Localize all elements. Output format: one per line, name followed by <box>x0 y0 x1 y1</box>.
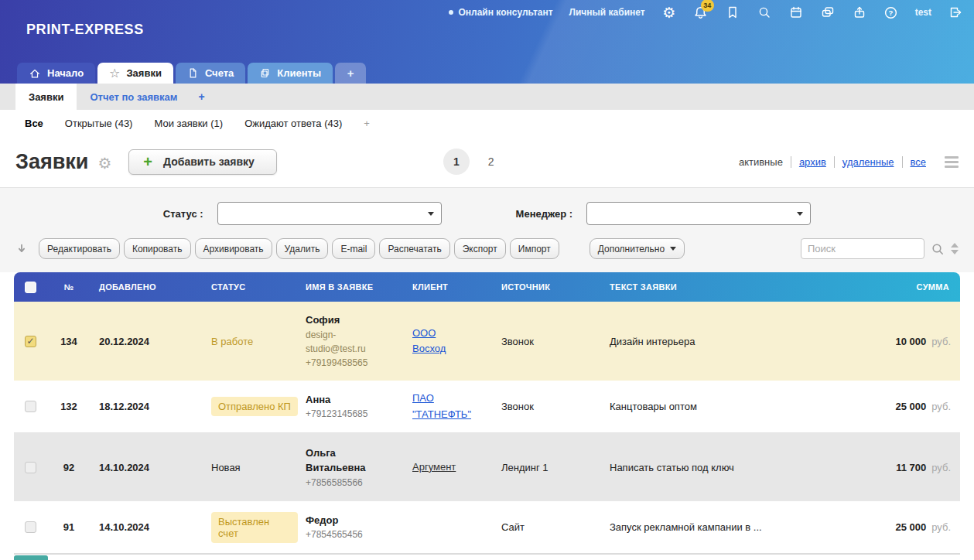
currency-label: руб. <box>931 336 951 347</box>
tab-requests-label: Заявки <box>126 67 161 79</box>
manager-select[interactable] <box>586 202 811 225</box>
email-button[interactable]: E-mail <box>332 238 375 259</box>
add-filter-button[interactable]: + <box>364 118 370 129</box>
toolbar: Редактировать Копировать Архивировать Уд… <box>15 238 959 259</box>
add-subtab-button[interactable]: + <box>190 84 212 110</box>
add-request-button[interactable]: + Добавить заявку <box>128 149 277 175</box>
user-menu[interactable]: test <box>915 7 931 18</box>
contact-name: Федор <box>306 513 391 528</box>
subtab-requests[interactable]: Заявки <box>15 84 77 110</box>
filter-all[interactable]: Все <box>25 118 43 129</box>
search-area <box>801 238 959 259</box>
request-number: 92 <box>46 462 91 473</box>
client-link[interactable]: Аргумент <box>412 459 456 475</box>
calendar-icon[interactable] <box>788 5 804 20</box>
list-menu-icon[interactable] <box>945 156 959 168</box>
export-button[interactable]: Экспорт <box>454 238 506 259</box>
contact-name: Анна <box>306 392 391 408</box>
row-checkbox[interactable] <box>25 336 36 347</box>
contact-phone: +79199458565 <box>306 356 391 370</box>
add-tab-button[interactable]: + <box>335 63 366 84</box>
filter-panel: Статус : Менеджер : Редактировать Копиро… <box>0 187 974 272</box>
view-modes: активные архив удаленные все <box>739 156 959 168</box>
archive-button[interactable]: Архивировать <box>195 238 272 259</box>
view-all[interactable]: все <box>911 156 927 168</box>
logout-icon[interactable] <box>948 5 963 20</box>
help-icon[interactable]: ? <box>883 5 899 20</box>
client-link[interactable]: ПАО "ТАТНЕФТЬ" <box>412 391 484 422</box>
header-added[interactable]: ДОБАВЛЕНО <box>91 282 203 292</box>
tab-requests[interactable]: ☆ Заявки <box>97 63 173 84</box>
print-button[interactable]: Распечатать <box>379 238 449 259</box>
subtab-report[interactable]: Отчет по заявкам <box>77 84 190 110</box>
notifications-bell-icon[interactable]: 34 <box>693 5 709 20</box>
table-row[interactable]: 132 18.12.2024 Отправлено КП Анна +79123… <box>14 381 960 433</box>
tab-home[interactable]: Начало <box>17 63 95 84</box>
currency-label: руб. <box>931 462 951 473</box>
client-link[interactable]: ООО Восход <box>412 326 468 357</box>
pagination-page-2[interactable]: 2 <box>488 155 494 168</box>
sub-tab-bar: Заявки Отчет по заявкам + <box>0 84 974 110</box>
filter-mine[interactable]: Мои заявки (1) <box>154 118 223 129</box>
status-select[interactable] <box>217 202 442 225</box>
delete-button[interactable]: Удалить <box>276 238 329 259</box>
sort-arrows-icon[interactable] <box>951 243 959 254</box>
header-name[interactable]: ИМЯ В ЗАЯВКЕ <box>298 282 405 292</box>
request-text: Запуск рекламной кампании в ... <box>602 521 861 533</box>
import-button[interactable]: Импорт <box>510 238 559 259</box>
settings-gear-icon[interactable]: ⚙ <box>661 5 677 20</box>
sum-amount: 10 000 <box>895 336 926 347</box>
table-row[interactable]: 134 20.12.2024 В работе София design-stu… <box>14 302 960 381</box>
request-text: Написать статью под ключ <box>602 462 861 473</box>
header-source[interactable]: ИСТОЧНИК <box>494 282 602 292</box>
tab-clients[interactable]: Клиенты <box>248 63 333 84</box>
bookmark-icon[interactable] <box>725 5 740 20</box>
status-label: Статус : <box>163 208 203 220</box>
row-checkbox[interactable] <box>25 462 36 473</box>
search-icon[interactable] <box>757 5 772 20</box>
header-num[interactable]: № <box>46 282 91 292</box>
topbar: Онлайн консультант Личный кабинет ⚙ 34 <box>449 0 963 25</box>
contact-phone: +79123145685 <box>306 407 391 421</box>
source-label: Лендинг 1 <box>494 462 602 473</box>
status-label: Новая <box>211 462 241 473</box>
header-client[interactable]: КЛИЕНТ <box>405 282 494 292</box>
source-label: Звонок <box>494 401 602 412</box>
personal-account-link[interactable]: Личный кабинет <box>569 7 645 18</box>
download-arrow-icon[interactable] <box>15 243 28 255</box>
view-deleted[interactable]: удаленные <box>842 156 894 168</box>
online-consultant-label: Онлайн консультант <box>458 7 552 18</box>
page-settings-gear-icon[interactable]: ⚙ <box>97 154 111 172</box>
select-all-checkbox[interactable] <box>25 282 36 293</box>
edit-button[interactable]: Редактировать <box>39 238 120 259</box>
messages-icon[interactable] <box>820 5 836 20</box>
header-status[interactable]: СТАТУС <box>203 282 298 292</box>
view-archive[interactable]: архив <box>799 156 826 168</box>
search-input[interactable] <box>801 238 924 259</box>
add-subtab-label: + <box>198 90 204 103</box>
contact-email: design-studio@test.ru <box>306 328 391 356</box>
filter-open[interactable]: Открытые (43) <box>65 118 133 129</box>
tab-clients-label: Клиенты <box>277 67 321 79</box>
search-magnifier-icon[interactable] <box>931 242 945 256</box>
row-checkbox[interactable] <box>25 521 36 533</box>
separator <box>791 156 791 168</box>
source-label: Звонок <box>494 336 602 347</box>
copy-button[interactable]: Копировать <box>124 238 191 259</box>
pagination-page-1[interactable]: 1 <box>443 149 470 175</box>
tab-invoices[interactable]: Счета <box>176 63 245 84</box>
request-number: 134 <box>46 336 91 347</box>
table-row[interactable]: 92 14.10.2024 Новая Ольга Витальевна +78… <box>14 433 960 501</box>
header-sum[interactable]: СУММА <box>861 282 960 292</box>
table-row[interactable]: 91 14.10.2024 Выставлен счет Федор +7854… <box>14 501 960 554</box>
online-consultant-link[interactable]: Онлайн консультант <box>449 7 552 18</box>
more-button[interactable]: Дополнительно <box>590 238 685 259</box>
view-active[interactable]: активные <box>739 156 783 168</box>
add-request-label: Добавить заявку <box>163 155 255 168</box>
share-icon[interactable] <box>852 5 867 20</box>
filter-awaiting[interactable]: Ожидают ответа (43) <box>244 118 342 129</box>
table-header: № ДОБАВЛЕНО СТАТУС ИМЯ В ЗАЯВКЕ КЛИЕНТ И… <box>14 272 960 302</box>
header-text[interactable]: ТЕКСТ ЗАЯВКИ <box>602 282 861 292</box>
row-checkbox[interactable] <box>25 401 36 412</box>
status-label: В работе <box>211 336 253 347</box>
